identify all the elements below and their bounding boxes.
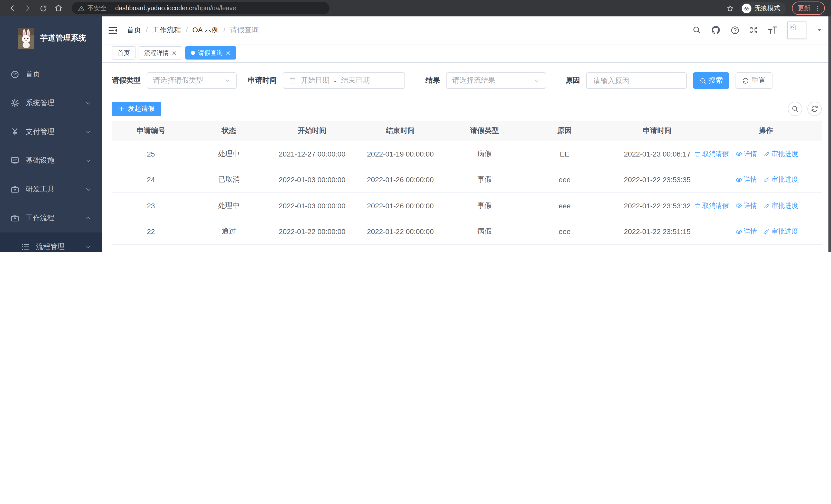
- logo-avatar: [18, 28, 34, 49]
- detail-link[interactable]: 详情: [736, 149, 757, 158]
- list-icon: [21, 242, 30, 251]
- breadcrumb-item: 请假查询: [230, 25, 259, 35]
- cell-applied: 2022-01-22 23:51:15: [605, 228, 710, 236]
- cell-end: 2022-01-19 00:00:00: [356, 150, 445, 158]
- apply-time-range-picker[interactable]: 开始日期 - 结束日期: [283, 72, 405, 89]
- bookmark-star-icon[interactable]: [726, 4, 734, 12]
- tab[interactable]: 请假查询: [185, 46, 236, 60]
- reset-button[interactable]: 重置: [736, 72, 773, 89]
- search-button[interactable]: 搜索: [693, 72, 729, 89]
- cancel-label: 取消请假: [702, 201, 729, 210]
- sidebar-item[interactable]: 支付管理: [0, 118, 102, 146]
- cell-start: 2022-01-03 00:00:00: [268, 202, 356, 210]
- breadcrumb: 首页工作流程OA 示例请假查询: [127, 25, 259, 35]
- sidebar-item[interactable]: 工作流程: [0, 204, 102, 233]
- reason-input[interactable]: [592, 76, 681, 85]
- not-secure-icon: [78, 5, 85, 11]
- detail-link[interactable]: 详情: [736, 175, 757, 184]
- progress-link[interactable]: 审批进度: [764, 227, 798, 236]
- chevron-down-icon[interactable]: [816, 27, 823, 33]
- cell-type: 事假: [445, 175, 524, 184]
- table-toolbar: 发起请假: [112, 101, 822, 116]
- detail-link[interactable]: 详情: [736, 227, 757, 236]
- cell-reason: EE: [524, 150, 605, 158]
- table-header-cell: 申请时间: [605, 126, 710, 136]
- security-label: 不安全: [87, 4, 107, 12]
- result-placeholder: 请选择流结果: [452, 76, 495, 85]
- breadcrumb-item[interactable]: 首页: [127, 25, 152, 35]
- create-leave-button[interactable]: 发起请假: [112, 101, 161, 116]
- chevron-down-icon: [85, 129, 91, 135]
- progress-link[interactable]: 审批进度: [764, 149, 798, 158]
- result-select[interactable]: 请选择流结果: [446, 72, 546, 89]
- browser-home-icon[interactable]: [52, 2, 65, 14]
- toggle-search-button[interactable]: [788, 101, 802, 116]
- table-row: 23 处理中 2022-01-03 00:00:00 2022-01-26 00…: [112, 193, 822, 219]
- tab-close-icon[interactable]: [226, 51, 230, 55]
- detail-label: 详情: [744, 227, 757, 236]
- avatar[interactable]: [787, 21, 806, 39]
- incognito-badge: 无痕模式: [740, 2, 786, 14]
- help-icon[interactable]: [730, 25, 740, 35]
- table-header-cell: 原因: [524, 126, 605, 136]
- cell-id: 23: [112, 202, 190, 210]
- leave-type-select[interactable]: 请选择请假类型: [147, 72, 237, 89]
- sidebar-item[interactable]: 基础设施: [0, 146, 102, 175]
- cell-status: 处理中: [190, 149, 268, 158]
- table-row: 21 处理中 2022-01-22 00:00:00 2022-01-23 00…: [112, 245, 822, 252]
- main-area: 首页工作流程OA 示例请假查询 首页 流程详情 请假查询: [102, 17, 831, 252]
- cell-applied: 2022-01-23 00:06:17: [605, 150, 710, 158]
- eye-icon: [736, 177, 742, 183]
- refresh-icon: [811, 105, 818, 112]
- cell-type: 病假: [445, 149, 524, 158]
- page-scrollbar[interactable]: [828, 17, 831, 252]
- github-icon[interactable]: [711, 25, 721, 35]
- cell-id: 22: [112, 228, 190, 236]
- cell-start: 2022-01-03 00:00:00: [268, 176, 356, 184]
- chevron-down-icon: [85, 157, 91, 164]
- search-icon[interactable]: [692, 26, 701, 34]
- incognito-label: 无痕模式: [754, 4, 780, 12]
- table-body: 25 处理中 2021-12-27 00:00:00 2022-01-19 00…: [112, 141, 822, 252]
- app-logo: 芋道管理系统: [0, 17, 102, 60]
- detail-link[interactable]: 详情: [736, 201, 757, 210]
- monitor-icon: [10, 156, 20, 165]
- sidebar-item-label: 支付管理: [26, 127, 54, 137]
- url-bar[interactable]: 不安全 dashboard.yudao.iocoder.cn/bpm/oa/le…: [72, 2, 329, 14]
- breadcrumb-item[interactable]: 工作流程: [152, 25, 193, 35]
- leave-type-placeholder: 请选择请假类型: [153, 76, 203, 85]
- filter-form: 请假类型 请选择请假类型 申请时间 开始日期 - 结束日期 结果 请选择流结果: [112, 72, 822, 89]
- tab[interactable]: 流程详情: [139, 46, 182, 60]
- chevron-down-icon: [85, 244, 91, 250]
- sidebar-item[interactable]: 首页: [0, 60, 102, 89]
- tab-close-icon[interactable]: [172, 51, 177, 55]
- update-button[interactable]: 更新: [792, 2, 825, 15]
- cancel-leave-link[interactable]: 取消请假: [694, 149, 729, 158]
- progress-link[interactable]: 审批进度: [764, 175, 798, 184]
- progress-label: 审批进度: [771, 175, 798, 184]
- yen-icon: [10, 127, 20, 137]
- browser-forward-icon[interactable]: [22, 2, 34, 14]
- cell-reason: eee: [524, 176, 605, 184]
- dashboard-icon: [10, 70, 20, 79]
- sidebar-item[interactable]: 流程管理: [0, 233, 102, 252]
- breadcrumb-item[interactable]: OA 示例: [193, 25, 230, 35]
- tab[interactable]: 首页: [112, 46, 136, 60]
- cell-id: 24: [112, 176, 190, 184]
- browser-back-icon[interactable]: [6, 2, 19, 14]
- sidebar-item[interactable]: 研发工具: [0, 175, 102, 204]
- browser-reload-icon[interactable]: [37, 2, 49, 14]
- cell-actions: 取消请假 详情 审批进度: [710, 149, 822, 158]
- app-title: 芋道管理系统: [40, 33, 86, 43]
- progress-link[interactable]: 审批进度: [764, 201, 798, 210]
- font-size-icon[interactable]: [768, 25, 778, 35]
- cancel-leave-link[interactable]: 取消请假: [694, 201, 729, 210]
- refresh-table-button[interactable]: [807, 101, 822, 116]
- collapse-menu-icon[interactable]: [108, 25, 118, 35]
- tab-label: 请假查询: [198, 49, 223, 57]
- fullscreen-icon[interactable]: [749, 26, 758, 34]
- cell-end: 2022-01-26 00:00:00: [356, 202, 445, 210]
- browser-menu-icon[interactable]: [814, 5, 821, 11]
- page-content: 请假类型 请选择请假类型 申请时间 开始日期 - 结束日期 结果 请选择流结果: [102, 63, 831, 252]
- sidebar-item[interactable]: 系统管理: [0, 89, 102, 118]
